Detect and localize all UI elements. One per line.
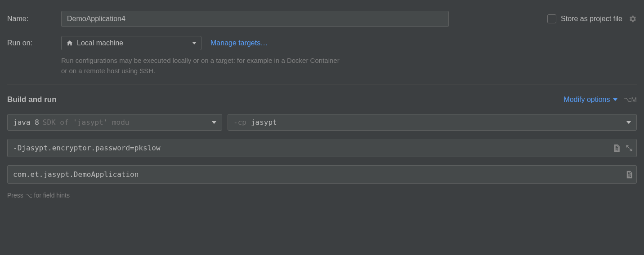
build-and-run-header: Build and run Modify options ⌥M	[7, 95, 637, 104]
section-divider	[7, 84, 637, 84]
classpath-value: jasypt	[251, 118, 277, 127]
footer-hint: Press ⌥ for field hints	[7, 192, 637, 199]
document-icon[interactable]	[625, 171, 633, 179]
chevron-down-icon	[626, 120, 631, 125]
store-as-project-checkbox[interactable]	[547, 14, 556, 23]
document-icon[interactable]	[613, 144, 621, 152]
run-on-row: Run on: Local machine Manage targets…	[7, 36, 637, 50]
classpath-dropdown[interactable]: -cp jasypt	[228, 114, 637, 131]
classpath-flag: -cp	[233, 118, 246, 127]
main-class-wrap	[7, 165, 637, 184]
name-label: Name:	[7, 15, 61, 23]
name-input[interactable]	[61, 11, 449, 27]
vm-options-wrap	[7, 139, 637, 157]
run-on-selected: Local machine	[77, 39, 123, 47]
modify-options-label: Modify options	[564, 96, 610, 104]
sdk-primary: java 8	[13, 118, 39, 127]
vm-options-icons	[613, 144, 633, 152]
sdk-dropdown[interactable]: java 8 SDK of 'jasypt' modu	[7, 114, 222, 131]
store-as-project-wrap: Store as project file	[547, 14, 637, 23]
main-class-icons	[625, 171, 633, 179]
sdk-classpath-row: java 8 SDK of 'jasypt' modu -cp jasypt	[7, 114, 637, 131]
store-as-project-label: Store as project file	[561, 15, 622, 23]
expand-icon[interactable]	[625, 144, 633, 152]
chevron-down-icon	[212, 120, 216, 125]
home-icon	[66, 40, 73, 47]
chevron-down-icon	[192, 41, 197, 45]
run-on-label: Run on:	[7, 39, 61, 47]
modify-options-shortcut: ⌥M	[624, 96, 637, 104]
manage-targets-link[interactable]: Manage targets…	[210, 39, 268, 47]
sdk-secondary: SDK of 'jasypt' modu	[43, 118, 130, 127]
name-row: Name: Store as project file	[7, 11, 637, 27]
vm-options-input[interactable]	[7, 139, 637, 157]
run-on-dropdown[interactable]: Local machine	[61, 36, 201, 50]
run-on-hint: Run configurations may be executed local…	[61, 56, 340, 76]
modify-options-link[interactable]: Modify options	[564, 96, 617, 104]
main-class-input[interactable]	[7, 165, 637, 184]
chevron-down-icon	[613, 97, 617, 102]
gear-icon[interactable]	[629, 15, 637, 23]
build-and-run-title: Build and run	[7, 95, 57, 104]
